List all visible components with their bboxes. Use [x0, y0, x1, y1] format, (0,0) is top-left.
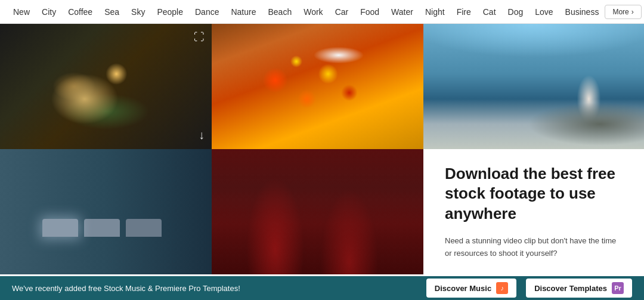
chevron-right-icon: ›: [631, 8, 634, 16]
nav-item-dance[interactable]: Dance: [189, 0, 225, 24]
nav-item-car[interactable]: Car: [329, 0, 355, 24]
nav-item-cat[interactable]: Cat: [477, 0, 502, 24]
nav-item-night[interactable]: Night: [419, 0, 451, 24]
grid-cell-food1[interactable]: ⛶ ↓: [0, 24, 212, 149]
grid-cell-sea[interactable]: [423, 24, 644, 149]
download-icon[interactable]: ↓: [199, 128, 205, 142]
grid-cell-food2[interactable]: [212, 24, 423, 149]
grid-cell-wine[interactable]: [212, 149, 423, 274]
more-label: More: [612, 8, 628, 16]
promo-body: Need a stunning video clip but don't hav…: [445, 235, 623, 260]
promo-heading: Download the best free stock footage to …: [445, 164, 623, 224]
nav-item-new[interactable]: New: [7, 0, 36, 24]
nav-item-work[interactable]: Work: [298, 0, 329, 24]
nav-item-love[interactable]: Love: [529, 0, 559, 24]
grid-cell-train[interactable]: [0, 149, 212, 274]
nav-item-water[interactable]: Water: [385, 0, 419, 24]
video-grid: ⛶ ↓ Download the best free stock footage…: [0, 24, 644, 274]
promo-text-panel: Download the best free stock footage to …: [423, 149, 644, 274]
nav-item-food[interactable]: Food: [354, 0, 385, 24]
nav-item-business[interactable]: Business: [559, 0, 605, 24]
nav-item-fire[interactable]: Fire: [451, 0, 477, 24]
nav-item-people[interactable]: People: [151, 0, 189, 24]
nav-item-nature[interactable]: Nature: [225, 0, 262, 24]
nav-item-sky[interactable]: Sky: [125, 0, 151, 24]
nav-item-beach[interactable]: Beach: [262, 0, 298, 24]
nav-item-coffee[interactable]: Coffee: [62, 0, 98, 24]
nav-item-city[interactable]: City: [36, 0, 62, 24]
nav-item-dog[interactable]: Dog: [502, 0, 530, 24]
expand-icon[interactable]: ⛶: [194, 31, 205, 44]
more-button[interactable]: More ›: [605, 5, 641, 19]
category-nav: NewCityCoffeeSeaSkyPeopleDanceNatureBeac…: [0, 0, 644, 24]
nav-item-sea[interactable]: Sea: [98, 0, 125, 24]
